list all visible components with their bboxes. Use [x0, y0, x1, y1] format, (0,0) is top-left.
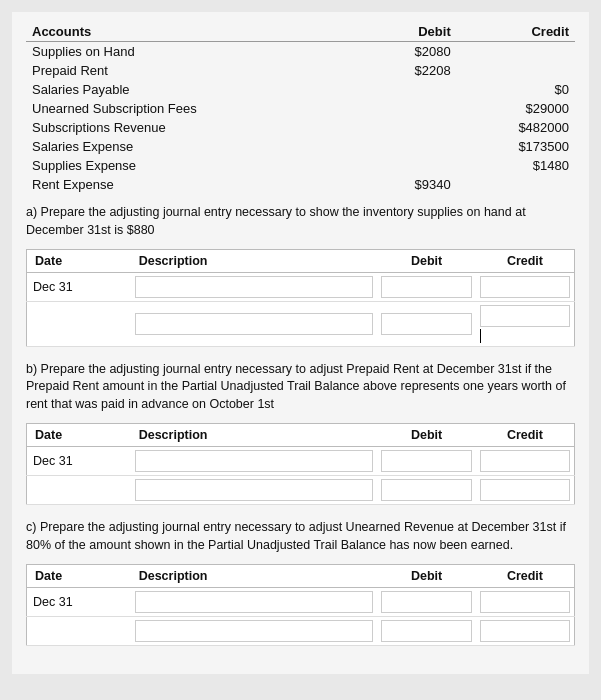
account-name-1: Prepaid Rent [26, 61, 366, 80]
section-a-row2-date [27, 302, 131, 347]
section-c-row1-desc-input[interactable] [135, 591, 374, 613]
section-b-row2-debit[interactable] [377, 476, 476, 505]
account-credit-4: $482000 [457, 118, 575, 137]
section-a-instruction: a) Prepare the adjusting journal entry n… [26, 204, 575, 239]
section-a-row1-desc[interactable] [131, 273, 378, 302]
section-a-row2-credit-input[interactable] [480, 305, 570, 327]
section-b-row1: Dec 31 [27, 447, 575, 476]
account-credit-5: $173500 [457, 137, 575, 156]
account-name-7: Rent Expense [26, 175, 366, 194]
accounts-row-3: Unearned Subscription Fees$29000 [26, 99, 575, 118]
account-credit-3: $29000 [457, 99, 575, 118]
section-a-row1-debit-input[interactable] [381, 276, 472, 298]
section-c-instruction: c) Prepare the adjusting journal entry n… [26, 519, 575, 554]
section-b-row1-desc[interactable] [131, 447, 378, 476]
accounts-row-0: Supplies on Hand$2080 [26, 42, 575, 62]
cursor-indicator [480, 329, 481, 343]
account-debit-1: $2208 [366, 61, 457, 80]
section-c-row1: Dec 31 [27, 588, 575, 617]
section-c-row2-debit-input[interactable] [381, 620, 472, 642]
account-credit-7 [457, 175, 575, 194]
section-c-row1-desc[interactable] [131, 588, 378, 617]
section-c-row2 [27, 617, 575, 646]
section-a-row2-debit-input[interactable] [381, 313, 472, 335]
account-name-4: Subscriptions Revenue [26, 118, 366, 137]
section-a-row2-debit[interactable] [377, 302, 476, 347]
section-b-row2-date [27, 476, 131, 505]
section-c-row2-credit-input[interactable] [480, 620, 570, 642]
account-credit-2: $0 [457, 80, 575, 99]
account-debit-7: $9340 [366, 175, 457, 194]
section-c-row1-credit[interactable] [476, 588, 575, 617]
section-b: b) Prepare the adjusting journal entry n… [26, 361, 575, 506]
section-c-col-credit: Credit [476, 565, 575, 588]
accounts-row-2: Salaries Payable$0 [26, 80, 575, 99]
accounts-row-1: Prepaid Rent$2208 [26, 61, 575, 80]
section-b-row1-date: Dec 31 [27, 447, 131, 476]
section-b-col-debit: Debit [377, 424, 476, 447]
account-name-0: Supplies on Hand [26, 42, 366, 62]
section-c-col-date: Date [27, 565, 131, 588]
section-b-row2-credit-input[interactable] [480, 479, 570, 501]
section-c-row2-date [27, 617, 131, 646]
section-b-row2-desc[interactable] [131, 476, 378, 505]
section-c-row2-desc[interactable] [131, 617, 378, 646]
section-b-table: Date Description Debit Credit Dec 31 [26, 423, 575, 505]
section-c-row2-desc-input[interactable] [135, 620, 374, 642]
section-c-row2-debit[interactable] [377, 617, 476, 646]
accounts-row-4: Subscriptions Revenue$482000 [26, 118, 575, 137]
account-debit-2 [366, 80, 457, 99]
section-a-row1-date: Dec 31 [27, 273, 131, 302]
section-a-row1-credit[interactable] [476, 273, 575, 302]
accounts-row-6: Supplies Expense$1480 [26, 156, 575, 175]
section-a-table: Date Description Debit Credit Dec 31 [26, 249, 575, 347]
section-a-row1: Dec 31 [27, 273, 575, 302]
section-b-col-date: Date [27, 424, 131, 447]
section-a-row1-desc-input[interactable] [135, 276, 374, 298]
account-credit-0 [457, 42, 575, 62]
section-c-row1-credit-input[interactable] [480, 591, 570, 613]
section-c-table: Date Description Debit Credit Dec 31 [26, 564, 575, 646]
account-name-5: Salaries Expense [26, 137, 366, 156]
section-b-row2-credit[interactable] [476, 476, 575, 505]
section-a: a) Prepare the adjusting journal entry n… [26, 204, 575, 347]
section-a-row1-credit-input[interactable] [480, 276, 570, 298]
account-credit-6: $1480 [457, 156, 575, 175]
accounts-row-7: Rent Expense$9340 [26, 175, 575, 194]
col-debit: Debit [366, 22, 457, 42]
account-name-6: Supplies Expense [26, 156, 366, 175]
section-c-row1-debit[interactable] [377, 588, 476, 617]
col-credit: Credit [457, 22, 575, 42]
section-a-row2 [27, 302, 575, 347]
account-name-2: Salaries Payable [26, 80, 366, 99]
section-b-row2-debit-input[interactable] [381, 479, 472, 501]
section-c-row1-date: Dec 31 [27, 588, 131, 617]
section-b-row1-debit[interactable] [377, 447, 476, 476]
section-a-row1-debit[interactable] [377, 273, 476, 302]
account-debit-0: $2080 [366, 42, 457, 62]
account-debit-3 [366, 99, 457, 118]
section-a-col-desc: Description [131, 250, 378, 273]
section-b-row2-desc-input[interactable] [135, 479, 374, 501]
section-b-row2 [27, 476, 575, 505]
section-a-row2-desc-input[interactable] [135, 313, 374, 335]
section-a-row2-desc[interactable] [131, 302, 378, 347]
accounts-row-5: Salaries Expense$173500 [26, 137, 575, 156]
section-a-row2-credit[interactable] [476, 302, 575, 347]
section-a-col-credit: Credit [476, 250, 575, 273]
account-debit-5 [366, 137, 457, 156]
section-b-row1-credit[interactable] [476, 447, 575, 476]
section-c-row2-credit[interactable] [476, 617, 575, 646]
section-b-col-credit: Credit [476, 424, 575, 447]
section-b-row1-debit-input[interactable] [381, 450, 472, 472]
section-c-col-desc: Description [131, 565, 378, 588]
account-name-3: Unearned Subscription Fees [26, 99, 366, 118]
account-credit-1 [457, 61, 575, 80]
section-b-row1-desc-input[interactable] [135, 450, 374, 472]
account-debit-6 [366, 156, 457, 175]
section-b-col-desc: Description [131, 424, 378, 447]
section-b-row1-credit-input[interactable] [480, 450, 570, 472]
accounts-table: Accounts Debit Credit Supplies on Hand$2… [26, 22, 575, 194]
section-c-row1-debit-input[interactable] [381, 591, 472, 613]
main-card: Accounts Debit Credit Supplies on Hand$2… [12, 12, 589, 674]
